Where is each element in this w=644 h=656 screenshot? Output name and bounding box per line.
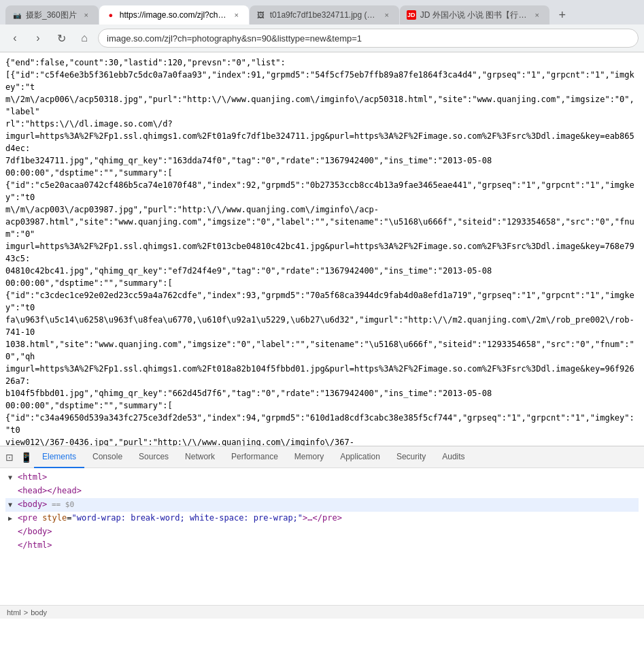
refresh-button[interactable]: ↻: [52, 29, 71, 48]
new-tab-button[interactable]: +: [553, 5, 572, 24]
dom-line-head[interactable]: <head></head>: [5, 485, 639, 498]
address-input[interactable]: [98, 29, 639, 48]
browser-content: {"end":false,"count":30,"lastid":120,"pr…: [0, 52, 644, 619]
tab-close-2[interactable]: ×: [231, 10, 242, 20]
dom-line-body-close[interactable]: </body>: [5, 525, 639, 539]
devtools-tab-memory[interactable]: Memory: [286, 446, 332, 468]
devtools-tab-sources[interactable]: Sources: [131, 446, 177, 468]
devtools-cursor-btn[interactable]: ⊡: [1, 449, 18, 465]
tab-image[interactable]: 🖼 t01a9fc7df1be324711.jpg (102... ×: [250, 5, 399, 24]
home-button[interactable]: ⌂: [75, 29, 94, 48]
devtools-tab-network[interactable]: Network: [177, 446, 223, 468]
breadcrumb-sep-1: >: [24, 608, 28, 617]
dom-line-body[interactable]: ▼ <body> == $0: [5, 498, 639, 512]
tab-so[interactable]: ● https://image.so.com/zjl?ch=p... ×: [99, 5, 249, 24]
expand-arrow-pre: ▶: [8, 512, 18, 525]
tab-title-4: JD 外国小说 小说 图书【行情 价格...: [420, 10, 528, 21]
tab-favicon-4: JD: [407, 10, 416, 20]
dom-line-pre[interactable]: ▶ <pre style = "word-wrap: break-word; w…: [5, 512, 639, 525]
tab-camera[interactable]: 📷 摄影_360图片 ×: [5, 5, 99, 24]
tab-favicon-3: 🖼: [256, 10, 266, 20]
browser-chrome: 📷 摄影_360图片 × ● https://image.so.com/zjl?…: [0, 0, 644, 52]
dom-line-html[interactable]: ▼ <html>: [5, 471, 639, 485]
expand-arrow-body: ▼: [8, 499, 18, 511]
tab-favicon-1: 📷: [12, 10, 22, 20]
breadcrumb-body[interactable]: body: [29, 608, 48, 617]
devtools-tab-performance[interactable]: Performance: [223, 446, 286, 468]
devtools-dom-tree: ▼ <html> <head></head> ▼ <body> == $0 ▶ …: [0, 468, 644, 555]
tab-close-1[interactable]: ×: [81, 10, 92, 20]
devtools-tab-elements[interactable]: Elements: [34, 446, 84, 468]
devtools-panel: ⊡ 📱 Elements Console Sources Network Per…: [0, 446, 644, 619]
devtools-tab-security[interactable]: Security: [388, 446, 434, 468]
breadcrumb-html[interactable]: html: [5, 608, 22, 617]
address-bar-row: ‹ › ↻ ⌂: [0, 24, 644, 52]
expand-arrow-html: ▼: [8, 472, 18, 484]
tab-title-2: https://image.so.com/zjl?ch=p...: [120, 10, 227, 20]
devtools-tab-audits[interactable]: Audits: [434, 446, 473, 468]
dom-line-html-close[interactable]: </html>: [5, 539, 639, 553]
json-content-text: {"end":false,"count":30,"lastid":120,"pr…: [0, 52, 644, 462]
devtools-breadcrumb: html > body: [0, 605, 644, 619]
back-button[interactable]: ‹: [5, 29, 24, 48]
devtools-tab-bar: ⊡ 📱 Elements Console Sources Network Per…: [0, 446, 644, 468]
devtools-mobile-btn[interactable]: 📱: [18, 449, 34, 465]
tab-bar: 📷 摄影_360图片 × ● https://image.so.com/zjl?…: [0, 0, 644, 24]
tab-close-4[interactable]: ×: [532, 10, 543, 20]
forward-button[interactable]: ›: [29, 29, 48, 48]
tab-favicon-2: ●: [106, 10, 116, 20]
tab-title-3: t01a9fc7df1be324711.jpg (102...: [270, 10, 377, 20]
devtools-tab-console[interactable]: Console: [84, 446, 131, 468]
devtools-tab-application[interactable]: Application: [332, 446, 388, 468]
tab-jd[interactable]: JD JD 外国小说 小说 图书【行情 价格... ×: [400, 5, 549, 24]
tab-title-1: 摄影_360图片: [26, 10, 77, 21]
tab-close-3[interactable]: ×: [382, 10, 392, 20]
